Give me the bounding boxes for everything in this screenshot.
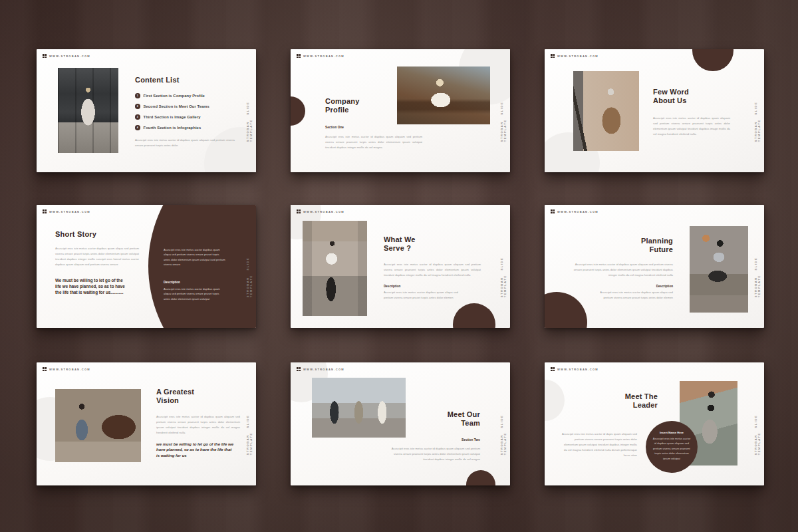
slide-title: What We Serve ? <box>384 235 421 253</box>
brand-logo-icon <box>551 54 555 58</box>
slide-title: Meet The Leader <box>619 392 658 410</box>
leader-name-label: Insert Name Here <box>660 431 684 434</box>
slide-note: Asuscipit eros iste metus auctor id dapi… <box>135 138 235 148</box>
brand-logo-icon <box>43 54 47 58</box>
brand-logo-icon <box>297 367 301 371</box>
section-label: Section Two <box>414 438 480 442</box>
slide-body: Asuscipit eros iste metus auctor id dapi… <box>384 262 481 278</box>
slide-meet-the-leader: WWW.STROBAN.COM STROBAN SLIDE TEMPLATE M… <box>545 362 764 485</box>
list-item: 4 Fourth Section is Infographics <box>135 125 209 130</box>
number-badge: 3 <box>135 114 140 120</box>
photo-woman-glass-wall <box>58 68 118 153</box>
photo-man-with-horse <box>55 389 141 462</box>
slide-title: Short Story <box>55 230 96 239</box>
website-url: WWW.STROBAN.COM <box>49 368 90 371</box>
brand-logo-icon <box>43 367 47 371</box>
description-body: Asuscipit eros iste metus auctor dapibus… <box>384 290 458 301</box>
brand-logo-icon <box>297 54 301 58</box>
slide-planning-future: WWW.STROBAN.COM STROBAN SLIDE TEMPLATE P… <box>545 205 764 328</box>
slide-body: Asuscipit eros iste metus auctor id dapi… <box>568 262 673 278</box>
website-url: WWW.STROBAN.COM <box>557 55 598 58</box>
slide-short-story: WWW.STROBAN.COM STROBAN SLIDE TEMPLATE S… <box>37 205 256 328</box>
description-label: Description <box>384 285 400 288</box>
decor-light-circle <box>545 380 565 421</box>
slide-body: Asuscipit eros iste metus auctor id dapi… <box>156 414 240 436</box>
slide-body: Asuscipit eros iste metus auctor id dapi… <box>325 134 422 150</box>
side-vertical-text: STROBAN SLIDE TEMPLATE <box>754 393 761 455</box>
slide-body: Asuscipit eros iste metus auctor id dapi… <box>384 446 480 462</box>
number-badge: 2 <box>135 104 140 109</box>
slide-body: Asuscipit eros iste metus auctor dapibus… <box>55 246 139 267</box>
slide-company-profile: WWW.STROBAN.COM STROBAN SLIDE TEMPLATE C… <box>291 49 510 172</box>
photo-woman-black-hat <box>690 226 748 313</box>
decor-accent-half-circle <box>453 303 495 328</box>
website-url: WWW.STROBAN.COM <box>303 368 344 371</box>
description-body: Asuscipit eros iste metus auctor dapibus… <box>593 290 673 301</box>
brand-logo-icon <box>551 367 555 371</box>
photo-woman-brown-coat <box>573 71 639 151</box>
website-url: WWW.STROBAN.COM <box>49 55 90 58</box>
website-url: WWW.STROBAN.COM <box>557 210 598 213</box>
decor-accent-half-circle <box>466 470 495 485</box>
side-vertical-text: STROBAN SLIDE TEMPLATE <box>246 80 253 142</box>
content-list: 1 First Section is Company Profile 2 Sec… <box>135 93 209 130</box>
side-vertical-text: STROBAN SLIDE TEMPLATE <box>500 393 507 455</box>
side-vertical-text: STROBAN SLIDE TEMPLATE <box>246 393 253 455</box>
side-vertical-text: STROBAN SLIDE TEMPLATE <box>500 235 507 297</box>
website-url: WWW.STROBAN.COM <box>557 368 598 371</box>
brand-logo-icon <box>551 209 555 213</box>
website-url: WWW.STROBAN.COM <box>303 210 344 213</box>
slide-a-greatest-vision: WWW.STROBAN.COM STROBAN SLIDE TEMPLATE A… <box>37 362 256 485</box>
brand-logo-icon <box>297 209 301 213</box>
side-vertical-text: STROBAN SLIDE TEMPLATE <box>500 80 507 142</box>
slide-quote: We must be willing to let go of the life… <box>55 278 130 295</box>
slide-body: Asuscipit eros iste metus auctor id dapi… <box>653 116 730 137</box>
leader-name-circle: Insert Name Here Asuscipit eros iste met… <box>646 421 698 473</box>
number-badge: 4 <box>135 125 140 130</box>
slide-what-we-serve: WWW.STROBAN.COM STROBAN SLIDE TEMPLATE W… <box>291 205 510 328</box>
list-item: 1 First Section is Company Profile <box>135 93 209 98</box>
slide-header: WWW.STROBAN.COM <box>43 54 90 58</box>
slide-body: Asuscipit eros iste metus auctor id dapi… <box>561 432 637 458</box>
decor-accent-circle <box>545 292 587 328</box>
list-item: 3 Third Section is Image Gallery <box>135 114 209 120</box>
circle-body-text: Asuscipit eros iste metus auctor dapibus… <box>164 247 225 267</box>
slide-title: Company Profile <box>325 97 366 114</box>
website-url: WWW.STROBAN.COM <box>303 55 344 58</box>
decor-accent-circle <box>692 49 733 71</box>
description-label: Description <box>164 281 180 284</box>
slide-content-list: WWW.STROBAN.COM STROBAN SLIDE TEMPLATE C… <box>37 49 256 172</box>
slide-title: Few Word About Us <box>653 88 692 105</box>
slide-title: Content List <box>135 76 180 84</box>
slide-meet-our-team: WWW.STROBAN.COM STROBAN SLIDE TEMPLATE M… <box>291 362 510 485</box>
side-vertical-text: STROBAN SLIDE TEMPLATE <box>246 235 253 297</box>
website-url: WWW.STROBAN.COM <box>49 210 90 213</box>
photo-blonde-woman-fence <box>397 66 490 124</box>
section-label: Section One <box>325 126 344 129</box>
number-badge: 1 <box>135 93 140 98</box>
photo-person-courtyard <box>303 221 367 316</box>
list-item: 2 Second Section is Meet Our Teams <box>135 104 209 109</box>
slide-title: Meet Our Team <box>442 410 480 428</box>
slide-few-word-about-us: WWW.STROBAN.COM STROBAN SLIDE TEMPLATE F… <box>545 49 764 172</box>
brand-logo-icon <box>43 209 47 213</box>
decor-accent-half-circle <box>291 96 305 126</box>
side-vertical-text: STROBAN SLIDE TEMPLATE <box>754 235 761 297</box>
description-body: Asuscipit eros iste metus auctor dapibus… <box>164 287 225 301</box>
slide-title: A Greatest Vision <box>156 388 198 405</box>
slide-title: Planning Future <box>633 237 673 254</box>
side-vertical-text: STROBAN SLIDE TEMPLATE <box>754 80 761 142</box>
slide-quote: we must be willing to let go of the life… <box>156 442 235 458</box>
leader-circle-body: Asuscipit eros iste metus auctor id dapi… <box>652 436 691 461</box>
description-label: Description <box>606 285 673 288</box>
photo-three-men-street <box>312 378 406 438</box>
